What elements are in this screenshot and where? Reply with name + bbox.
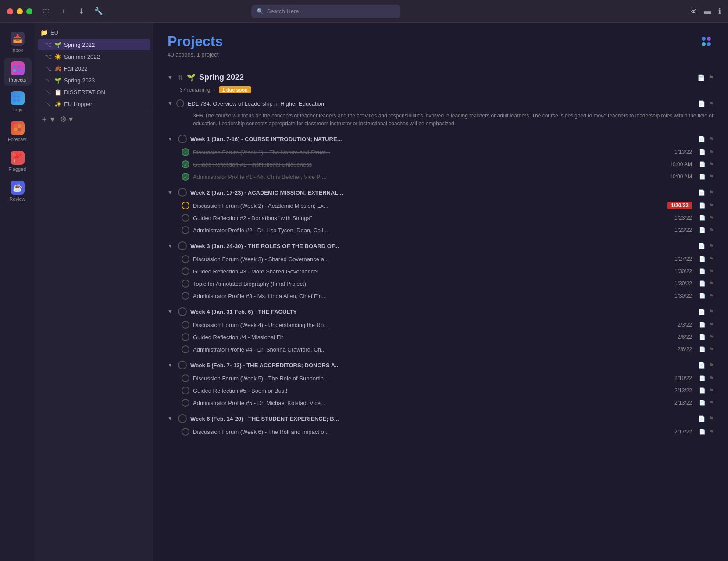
task-w2t1[interactable]: Discussion Forum (Week 2) - Academic Mis… <box>168 199 714 212</box>
task-circle[interactable] <box>182 160 189 168</box>
sidebar-item-inbox[interactable]: 📥 Inbox <box>4 28 32 56</box>
task-circle[interactable] <box>182 428 189 436</box>
note-icon[interactable]: 📄 <box>699 215 706 221</box>
collapse-icon[interactable]: ▼ <box>168 136 175 142</box>
task-edl734[interactable]: ▼ EDL 734: Overview of Leadership in Hig… <box>168 97 714 131</box>
note-icon[interactable]: 📄 <box>698 243 705 249</box>
collapse-icon[interactable]: ▼ <box>168 243 175 249</box>
settings-button[interactable]: ⚙ ▾ <box>60 114 73 124</box>
note-icon[interactable]: 📄 <box>698 309 705 315</box>
note-icon[interactable]: 📄 <box>699 268 706 274</box>
sidebar-item-fall2022[interactable]: ⌥ 🍂 Fall 2022 <box>38 63 150 74</box>
sidebar-toggle-icon[interactable]: ⬚ <box>41 7 51 16</box>
collapse-arrow[interactable]: ▼ <box>168 75 175 81</box>
task-w5t2[interactable]: Guided Reflection #5 - Boom or Bust! 2/1… <box>168 384 714 397</box>
task-circle[interactable] <box>182 173 189 181</box>
note-icon[interactable]: 📄 <box>699 202 706 209</box>
task-circle[interactable] <box>182 321 189 329</box>
task-w4t3[interactable]: Administrator Profile #4 - Dr. Shonna Cr… <box>168 343 714 355</box>
sidebar-item-spring2023[interactable]: ⌥ 🌱 Spring 2023 <box>38 75 150 86</box>
sidebar-item-euhopper[interactable]: ⌥ ✨ EU Hopper <box>38 98 150 110</box>
flag-icon[interactable]: ⚑ <box>709 202 714 209</box>
week5-header[interactable]: ▼ Week 5 (Feb. 7- 13) - THE ACCREDITORS;… <box>168 357 714 372</box>
task-circle-edl734[interactable] <box>176 99 184 107</box>
task-circle[interactable] <box>182 333 189 341</box>
flag-icon[interactable]: ⚑ <box>709 189 714 196</box>
collapse-icon[interactable]: ▼ <box>168 309 175 315</box>
flag-icon[interactable]: ⚑ <box>709 429 714 435</box>
flag-icon[interactable]: ⚑ <box>709 293 714 299</box>
eye-icon[interactable]: 👁 <box>690 7 697 15</box>
note-icon[interactable]: 📄 <box>699 256 706 262</box>
flag-icon[interactable]: ⚑ <box>709 161 714 167</box>
sidebar-item-spring2022[interactable]: ⌥ 🌱 Spring 2022 <box>38 39 150 50</box>
sidebar-item-summer2022[interactable]: ⌥ ☀️ Summer 2022 <box>38 51 150 62</box>
task-circle[interactable] <box>182 267 189 275</box>
week1-header[interactable]: ▼ Week 1 (Jan. 7-16) - COURSE INTRODUTIO… <box>168 131 714 146</box>
task-circle[interactable] <box>182 280 189 288</box>
sidebar-item-projects[interactable]: Projects <box>4 58 32 86</box>
task-collapse-arrow[interactable]: ▼ <box>168 100 173 107</box>
settings-icon[interactable]: 🔧 <box>94 7 103 16</box>
task-circle[interactable] <box>182 148 189 156</box>
minimize-button[interactable] <box>17 8 23 14</box>
flag-icon[interactable]: ⚑ <box>709 149 714 155</box>
collapse-icon[interactable]: ▼ <box>168 362 175 368</box>
sidebar-item-forecast[interactable]: Forecast <box>4 117 32 146</box>
sidebar-item-dissertation[interactable]: ⌥ 📋 DISSERTATION <box>38 86 150 98</box>
task-w4t2[interactable]: Guided Reflection #4 - Missional Fit 2/6… <box>168 331 714 343</box>
flag-icon[interactable]: ⚑ <box>709 215 714 221</box>
task-w4t1[interactable]: Discussion Forum (Week 4) - Understandin… <box>168 319 714 331</box>
task-circle[interactable] <box>182 255 189 263</box>
download-icon[interactable]: ⬇ <box>76 7 86 16</box>
note-icon[interactable]: 📄 <box>699 400 706 406</box>
task-w1t3[interactable]: Administrator Profile #1 - Mr. Chris Bel… <box>168 170 714 183</box>
note-icon[interactable]: 📄 <box>699 149 706 155</box>
flag-icon[interactable]: ⚑ <box>709 280 714 287</box>
flag-icon[interactable]: ⚑ <box>709 100 714 107</box>
note-icon[interactable]: 📄 <box>699 227 706 233</box>
flag-icon[interactable]: ⚑ <box>709 400 714 406</box>
note-icon[interactable]: 📄 <box>697 74 705 81</box>
flag-icon[interactable]: ⚑ <box>709 136 714 142</box>
task-circle[interactable] <box>182 214 189 222</box>
task-circle[interactable] <box>182 399 189 407</box>
info-icon[interactable]: ℹ <box>718 7 721 15</box>
flag-icon[interactable]: ⚑ <box>709 415 714 422</box>
search-bar[interactable]: 🔍 Search Here <box>251 5 400 18</box>
task-circle[interactable] <box>182 345 189 353</box>
note-icon[interactable]: 📄 <box>699 280 706 287</box>
collapse-icon[interactable]: ▼ <box>168 415 175 422</box>
fullscreen-button[interactable] <box>26 8 32 14</box>
flag-icon[interactable]: ⚑ <box>709 346 714 352</box>
note-icon[interactable]: 📄 <box>698 100 705 107</box>
flag-icon[interactable]: ⚑ <box>709 362 714 369</box>
flag-icon[interactable]: ⚑ <box>709 375 714 381</box>
note-icon[interactable]: 📄 <box>699 346 706 352</box>
week2-header[interactable]: ▼ Week 2 (Jan. 17-23) - ACADEMIC MISSION… <box>168 185 714 199</box>
flag-icon[interactable]: ⚑ <box>709 322 714 328</box>
minus-icon[interactable]: ▬ <box>704 7 711 15</box>
task-circle[interactable] <box>182 387 189 394</box>
sidebar-item-tags[interactable]: Tags <box>4 88 32 116</box>
note-icon[interactable]: 📄 <box>699 293 706 299</box>
task-w5t3[interactable]: Administrator Profile #5 - Dr. Michael K… <box>168 397 714 409</box>
flag-icon[interactable]: ⚑ <box>709 268 714 274</box>
task-circle[interactable] <box>182 292 189 300</box>
note-icon[interactable]: 📄 <box>699 174 706 180</box>
note-icon[interactable]: 📄 <box>698 189 705 196</box>
sidebar-item-flagged[interactable]: 🚩 Flagged <box>4 147 32 175</box>
flag-icon[interactable]: ⚑ <box>708 74 714 81</box>
note-icon[interactable]: 📄 <box>699 334 706 340</box>
flag-icon[interactable]: ⚑ <box>709 243 714 249</box>
flag-icon[interactable]: ⚑ <box>709 256 714 262</box>
task-w5t1[interactable]: Discussion Forum (Week 5) - The Role of … <box>168 372 714 384</box>
note-icon[interactable]: 📄 <box>698 136 705 142</box>
task-circle[interactable] <box>182 226 189 234</box>
task-w3t4[interactable]: Administrator Profile #3 - Ms. Linda All… <box>168 290 714 302</box>
task-w2t2[interactable]: Guided Reflection #2 - Donations "with S… <box>168 212 714 224</box>
add-item-button[interactable]: ＋ ▾ <box>40 114 54 124</box>
task-w1t2[interactable]: Guided Reflection #1 - Institutional Uni… <box>168 158 714 170</box>
task-w3t3[interactable]: Topic for Annotated Biography (Final Pro… <box>168 277 714 290</box>
task-w1t1[interactable]: Discussion Forum (Week 1) – The Nature a… <box>168 146 714 158</box>
